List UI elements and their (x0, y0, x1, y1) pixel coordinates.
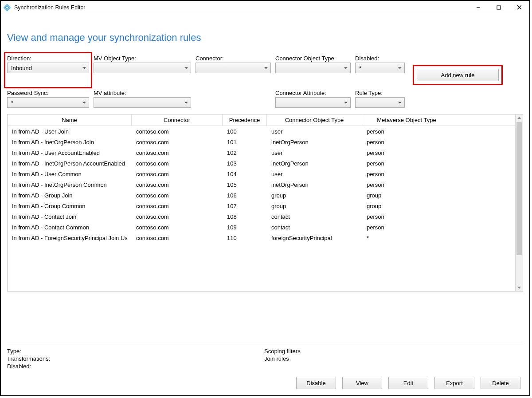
cell-mot: person (362, 150, 451, 156)
titlebar: Synchronization Rules Editor (1, 1, 529, 14)
footer-type-label: Type: (7, 348, 264, 355)
footer-join-rules-label: Join rules (264, 355, 523, 362)
grid-scrollbar[interactable] (515, 114, 523, 291)
maximize-button[interactable] (489, 1, 509, 14)
cell-connector: contoso.com (132, 128, 223, 135)
header-metaverse-object-type[interactable]: Metaverse Object Type (362, 114, 451, 126)
cell-mot: person (362, 171, 451, 177)
add-new-rule-button[interactable]: Add new rule (417, 69, 499, 81)
cell-name: In from AD - InetOrgPerson AccountEnable… (8, 160, 132, 167)
password-sync-dropdown[interactable]: * (7, 97, 89, 108)
cell-precedence: 104 (223, 171, 267, 177)
cell-mot: * (362, 235, 451, 241)
cell-precedence: 108 (223, 213, 267, 220)
cell-cot: user (267, 128, 362, 135)
table-row[interactable]: In from AD - InetOrgPerson AccountEnable… (8, 158, 515, 169)
cell-name: In from AD - Contact Join (8, 213, 132, 220)
cell-mot: person (362, 213, 451, 220)
cell-name: In from AD - User Common (8, 171, 132, 177)
cell-cot: foreignSecurityPrincipal (267, 235, 362, 241)
edit-button[interactable]: Edit (388, 377, 428, 389)
table-row[interactable]: In from AD - InetOrgPerson Joincontoso.c… (8, 137, 515, 147)
cell-connector: contoso.com (132, 213, 223, 220)
direction-dropdown[interactable]: Inbound (7, 63, 89, 73)
cell-precedence: 106 (223, 192, 267, 199)
cell-connector: contoso.com (132, 171, 223, 177)
export-button[interactable]: Export (434, 377, 474, 389)
table-row[interactable]: In from AD - Group Joincontoso.com106gro… (8, 190, 515, 201)
connector-attribute-dropdown[interactable] (275, 97, 351, 108)
rule-type-label: Rule Type: (355, 90, 405, 96)
table-row[interactable]: In from AD - User Joincontoso.com100user… (8, 126, 515, 137)
header-name[interactable]: Name (8, 114, 132, 126)
cell-name: In from AD - Group Common (8, 203, 132, 209)
cell-cot: user (267, 171, 362, 177)
view-button[interactable]: View (342, 377, 382, 389)
disabled-filter-dropdown[interactable]: * (355, 63, 405, 73)
cell-cot: group (267, 203, 362, 209)
cell-connector: contoso.com (132, 203, 223, 209)
cell-precedence: 102 (223, 150, 267, 156)
mv-object-type-dropdown[interactable] (94, 63, 191, 73)
table-row[interactable]: In from AD - Contact Commoncontoso.com10… (8, 222, 515, 232)
cell-cot: inetOrgPerson (267, 160, 362, 167)
cell-connector: contoso.com (132, 224, 223, 231)
password-sync-label: Password Sync: (7, 90, 89, 96)
cell-connector: contoso.com (132, 235, 223, 241)
direction-label: Direction: (7, 55, 89, 62)
cell-name: In from AD - InetOrgPerson Common (8, 181, 132, 188)
header-precedence[interactable]: Precedence (223, 114, 267, 126)
svg-rect-1 (497, 6, 501, 9)
header-connector-object-type[interactable]: Connector Object Type (267, 114, 362, 126)
footer-transformations-label: Transformations: (7, 355, 264, 362)
mv-attribute-label: MV attribute: (94, 90, 191, 96)
scroll-up-icon[interactable] (517, 117, 521, 119)
header-connector[interactable]: Connector (132, 114, 223, 126)
grid-body: In from AD - User Joincontoso.com100user… (8, 126, 523, 243)
cell-cot: group (267, 192, 362, 199)
connector-filter-dropdown[interactable] (196, 63, 271, 73)
disabled-filter-label: Disabled: (355, 55, 405, 62)
delete-button[interactable]: Delete (481, 377, 520, 389)
cell-precedence: 110 (223, 235, 267, 241)
cell-name: In from AD - Contact Common (8, 224, 132, 231)
cell-precedence: 105 (223, 181, 267, 188)
cell-connector: contoso.com (132, 192, 223, 199)
cell-precedence: 109 (223, 224, 267, 231)
connector-attribute-label: Connector Attribute: (275, 90, 351, 96)
cell-precedence: 100 (223, 128, 267, 135)
mv-object-type-label: MV Object Type: (94, 55, 191, 62)
connector-object-type-label: Connector Object Type: (275, 55, 351, 62)
close-button[interactable] (509, 1, 529, 14)
cell-mot: person (362, 160, 451, 167)
cell-mot: person (362, 128, 451, 135)
cell-name: In from AD - Group Join (8, 192, 132, 199)
cell-cot: contact (267, 213, 362, 220)
connector-object-type-dropdown[interactable] (275, 63, 351, 73)
mv-attribute-dropdown[interactable] (94, 97, 191, 108)
cell-name: In from AD - InetOrgPerson Join (8, 139, 132, 146)
filter-area: Direction: Inbound MV Object Type: Conne… (7, 55, 523, 108)
connector-filter-label: Connector: (196, 55, 271, 62)
grid-header: Name Connector Precedence Connector Obje… (8, 114, 523, 126)
direction-highlight: Direction: Inbound (4, 52, 92, 88)
table-row[interactable]: In from AD - InetOrgPerson Commoncontoso… (8, 179, 515, 190)
footer: Type: Scoping filters Transformations: J… (7, 344, 523, 389)
table-row[interactable]: In from AD - Contact Joincontoso.com108c… (8, 211, 515, 222)
cell-name: In from AD - User AccountEnabled (8, 150, 132, 156)
cell-connector: contoso.com (132, 150, 223, 156)
rule-type-dropdown[interactable] (355, 97, 405, 108)
table-row[interactable]: In from AD - User AccountEnabledcontoso.… (8, 147, 515, 158)
cell-precedence: 103 (223, 160, 267, 167)
scroll-down-icon[interactable] (517, 287, 521, 289)
app-icon (4, 4, 11, 11)
table-row[interactable]: In from AD - Group Commoncontoso.com107g… (8, 201, 515, 211)
cell-mot: person (362, 224, 451, 231)
minimize-button[interactable] (468, 1, 489, 14)
scroll-thumb[interactable] (516, 122, 522, 255)
page-title: View and manage your synchronization rul… (7, 32, 523, 43)
rules-grid: Name Connector Precedence Connector Obje… (7, 114, 523, 292)
disable-button[interactable]: Disable (296, 377, 336, 389)
table-row[interactable]: In from AD - ForeignSecurityPrincipal Jo… (8, 232, 515, 243)
table-row[interactable]: In from AD - User Commoncontoso.com104us… (8, 169, 515, 179)
